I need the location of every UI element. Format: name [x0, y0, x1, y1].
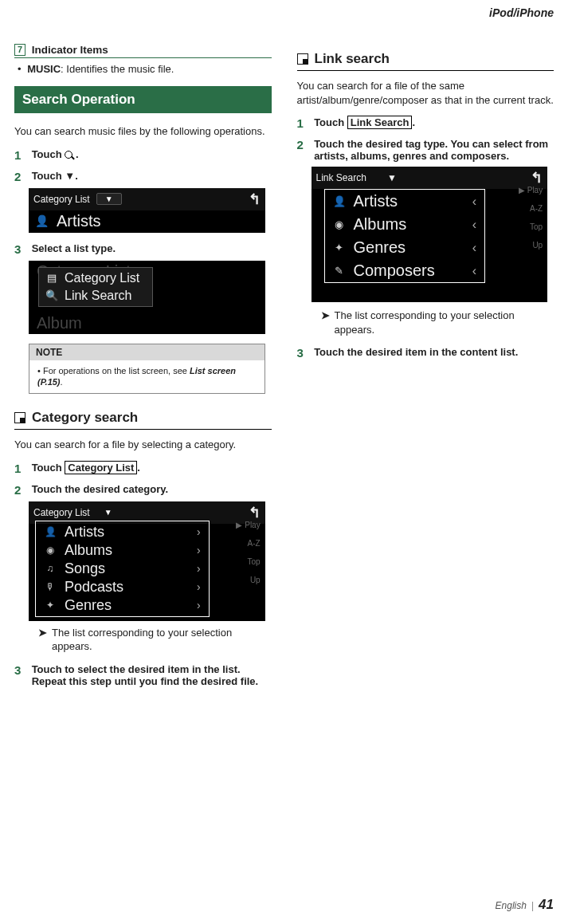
indicator-music-desc: : Identifies the music file.	[61, 63, 174, 75]
list-type-popup: ▤ Category List 🔍 Link Search	[38, 267, 153, 307]
step-number: 1	[14, 148, 29, 162]
result-arrow-icon: ➤	[38, 626, 47, 654]
result-text: The list corresponding to your selection…	[52, 626, 272, 654]
side-play[interactable]: ▶ Play	[236, 521, 260, 529]
indicator-item-line: • MUSIC: Identifies the music file.	[18, 63, 272, 75]
side-az[interactable]: A-Z	[530, 204, 543, 213]
side-buttons: ▶ Play A-Z Top Up	[519, 186, 543, 250]
back-icon[interactable]: ↰	[531, 169, 543, 187]
item-label: Podcasts	[65, 579, 189, 596]
search-icon	[65, 151, 72, 159]
chevron-left-icon: ‹	[472, 195, 476, 209]
side-top[interactable]: Top	[248, 557, 261, 566]
square-icon	[297, 53, 308, 65]
faded-bottom: Album	[37, 314, 82, 332]
indicator-music-label: MUSIC	[27, 63, 61, 75]
list-item[interactable]: 🎙Podcasts›	[36, 578, 209, 596]
dropdown-icon[interactable]: ▼	[96, 507, 120, 517]
side-up[interactable]: Up	[250, 576, 261, 584]
panel-topbar: Category List ▼ ↰	[29, 188, 265, 210]
side-up[interactable]: Up	[532, 241, 543, 250]
page-header-section: iPod/iPhone	[489, 6, 554, 19]
link-step-3-text: Touch the desired item in the content li…	[314, 346, 554, 358]
step-3-text: Select a list type.	[32, 242, 272, 254]
list-item[interactable]: ✦Genres‹	[325, 236, 485, 259]
note-box: NOTE • For operations on the list screen…	[29, 344, 265, 395]
list-item[interactable]: ✎Composers‹	[325, 259, 485, 282]
list-item[interactable]: 👤Artists›	[36, 523, 209, 541]
cat-step1-post: .	[137, 462, 140, 474]
link-step-2-text: Touch the desired tag type. You can sele…	[314, 138, 554, 162]
person-icon: 👤	[333, 195, 346, 207]
panel-topbar: Link Search ▼ ↰	[312, 167, 548, 189]
link-search-title: Link search	[315, 51, 390, 67]
back-icon[interactable]: ↰	[249, 504, 261, 521]
chevron-left-icon: ‹	[472, 264, 476, 278]
link-search-option[interactable]: 🔍 Link Search	[39, 287, 152, 305]
cat-step-3-text: Touch to select the desired item in the …	[32, 663, 272, 687]
back-icon[interactable]: ↰	[249, 191, 261, 208]
note-body: • For operations on the list screen, see…	[29, 360, 264, 394]
link-step-1-text: Touch Link Search.	[314, 116, 554, 128]
panel-title: Category List	[33, 194, 90, 205]
note-pre: For operations on the list screen, see	[43, 366, 190, 375]
left-column: 7 Indicator Items • MUSIC: Identifies th…	[14, 43, 272, 695]
category-search-intro: You can search for a file by selecting a…	[14, 438, 272, 452]
link-step1-post: .	[412, 116, 415, 128]
category-list-option[interactable]: ▤ Category List	[39, 269, 152, 287]
result-text: The list corresponding to your selection…	[335, 309, 554, 336]
dropdown-icon[interactable]: ▼	[387, 172, 397, 183]
list-icon: ▤	[45, 272, 58, 284]
side-top[interactable]: Top	[530, 222, 543, 231]
option-label: Link Search	[65, 289, 132, 303]
square-icon	[14, 412, 25, 423]
mic-icon: 🎙	[44, 581, 57, 592]
step-number: 2	[14, 170, 29, 183]
step-2: 2 Touch ▼. Category List ▼ ↰ 👤 Artists	[14, 170, 272, 233]
panel-main-row[interactable]: 👤 Artists	[29, 210, 265, 233]
list-item[interactable]: ✦Genres›	[36, 596, 209, 615]
indicator-title: Indicator Items	[32, 44, 108, 56]
person-icon: 👤	[44, 526, 57, 537]
chevron-right-icon: ›	[197, 599, 201, 611]
side-play[interactable]: ▶ Play	[519, 186, 543, 195]
step-number: 3	[14, 242, 29, 256]
list-item[interactable]: ♫Songs›	[36, 560, 209, 578]
chevron-right-icon: ›	[197, 525, 201, 538]
item-label: Albums	[65, 542, 189, 559]
dropdown-button[interactable]: ▼	[96, 193, 122, 205]
search-steps: 1 Touch . 2 Touch ▼. Category List ▼ ↰ 👤	[14, 148, 272, 334]
list-item[interactable]: ◉Albums‹	[325, 213, 485, 236]
cat-step-2-text: Touch the desired category.	[32, 483, 272, 495]
side-az[interactable]: A-Z	[248, 539, 261, 548]
category-list-collapsed-panel: Category List ▼ ↰ 👤 Artists	[29, 188, 265, 233]
cat-step-2: 2 Touch the desired category. Category L…	[14, 483, 272, 654]
step-number: 3	[297, 346, 312, 360]
search-operation-intro: You can search music files by the follow…	[14, 124, 272, 139]
side-buttons: ▶ Play A-Z Top Up	[236, 521, 260, 584]
search-operation-bar: Search Operation	[14, 86, 272, 113]
link-list-box: 👤Artists‹ ◉Albums‹ ✦Genres‹ ✎Composers‹	[324, 189, 486, 283]
cat-step-1-text: Touch Category List.	[32, 462, 272, 474]
cat-step-3: 3 Touch to select the desired item in th…	[14, 663, 272, 687]
chevron-right-icon: ›	[197, 580, 201, 593]
category-list-content: 👤Artists› ◉Albums› ♫Songs› 🎙Podcasts› ✦G…	[35, 521, 210, 617]
list-type-menu-panel: Category List Album ▤ Category List 🔍 Li…	[29, 261, 265, 334]
step-number: 1	[14, 462, 29, 475]
item-label: Artists	[65, 524, 189, 541]
item-label: Albums	[354, 215, 464, 234]
category-list-panel: Category List ▼ ↰ ▶ Play A-Z Top Up 👤Art…	[29, 501, 265, 621]
category-list-box: 👤Artists› ◉Albums› ♫Songs› 🎙Podcasts› ✦G…	[35, 521, 210, 617]
link-search-button-label: Link Search	[347, 116, 413, 129]
pen-icon: ✎	[333, 265, 346, 277]
item-label: Genres	[354, 238, 464, 257]
step-number: 2	[297, 138, 312, 151]
panel-title: Link Search	[316, 172, 366, 183]
list-item[interactable]: 👤Artists‹	[325, 190, 485, 213]
chevron-right-icon: ›	[197, 544, 201, 556]
tag-icon: ✦	[44, 600, 57, 611]
step-1-pre: Touch	[32, 148, 65, 160]
list-item[interactable]: ◉Albums›	[36, 541, 209, 560]
tag-icon: ✦	[333, 242, 346, 254]
step-2-text: Touch ▼.	[32, 170, 272, 182]
